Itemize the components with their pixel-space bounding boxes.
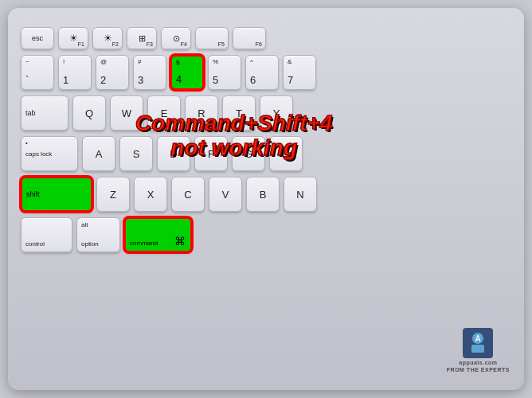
key-r[interactable]: R xyxy=(185,96,218,131)
key-f3[interactable]: ⊞ F3 xyxy=(127,27,157,49)
key-s[interactable]: S xyxy=(119,136,153,171)
number-row: ~ ` ! 1 @ 2 # 3 $ 4 % 5 ^ 6 & 7 xyxy=(21,55,511,90)
keyboard: esc ☀ F1 ☀ F2 ⊞ F3 ⊙ F4 F5 F6 ~ ` ! xyxy=(8,8,524,390)
key-t[interactable]: T xyxy=(222,96,256,131)
asdf-row: caps lock • A S D F G H xyxy=(21,136,511,171)
key-g[interactable]: G xyxy=(232,136,265,171)
key-f4[interactable]: ⊙ F4 xyxy=(161,27,191,49)
zxcv-row: shift Z X C V B N xyxy=(21,177,511,212)
key-q[interactable]: Q xyxy=(72,96,106,131)
key-b[interactable]: B xyxy=(246,177,280,212)
key-control[interactable]: control xyxy=(21,217,72,252)
svg-text:A: A xyxy=(475,334,481,343)
key-w[interactable]: W xyxy=(110,96,143,131)
key-c[interactable]: C xyxy=(171,177,205,212)
key-1[interactable]: ! 1 xyxy=(58,55,92,90)
key-7[interactable]: & 7 xyxy=(283,55,316,90)
key-command[interactable]: command ⌘ xyxy=(124,217,192,252)
control-row: control alt option command ⌘ xyxy=(21,217,511,252)
key-f2[interactable]: ☀ F2 xyxy=(92,27,123,49)
key-shift[interactable]: shift xyxy=(21,177,92,212)
key-6[interactable]: ^ 6 xyxy=(245,55,279,90)
key-f[interactable]: F xyxy=(194,136,228,171)
key-2[interactable]: @ 2 xyxy=(96,55,129,90)
key-y[interactable]: Y xyxy=(260,96,293,131)
key-x[interactable]: X xyxy=(134,177,167,212)
key-capslock[interactable]: caps lock • xyxy=(21,136,78,171)
function-row: esc ☀ F1 ☀ F2 ⊞ F3 ⊙ F4 F5 F6 xyxy=(21,22,511,49)
watermark-site: appuals.com xyxy=(459,360,497,365)
key-h[interactable]: H xyxy=(269,136,303,171)
key-a[interactable]: A xyxy=(82,136,115,171)
key-option[interactable]: alt option xyxy=(76,217,120,252)
svg-rect-1 xyxy=(471,345,484,353)
key-tilde[interactable]: ~ ` xyxy=(21,55,54,90)
watermark: A appuals.com FROM THE EXPERTS xyxy=(447,328,510,373)
watermark-tagline: FROM THE EXPERTS xyxy=(447,367,510,373)
key-v[interactable]: V xyxy=(209,177,242,212)
key-e[interactable]: E xyxy=(147,96,181,131)
key-5[interactable]: % 5 xyxy=(208,55,241,90)
key-z[interactable]: Z xyxy=(96,177,130,212)
key-f1[interactable]: ☀ F1 xyxy=(58,27,88,49)
key-d[interactable]: D xyxy=(157,136,190,171)
qwerty-row: tab Q W E R T Y xyxy=(21,96,511,131)
key-3[interactable]: # 3 xyxy=(133,55,166,90)
key-f6[interactable]: F6 xyxy=(233,27,266,49)
key-4[interactable]: $ 4 xyxy=(170,55,204,90)
key-n[interactable]: N xyxy=(284,177,317,212)
watermark-logo: A xyxy=(463,328,493,358)
key-tab[interactable]: tab xyxy=(21,96,68,131)
key-f5[interactable]: F5 xyxy=(195,27,229,49)
key-esc[interactable]: esc xyxy=(21,27,54,49)
